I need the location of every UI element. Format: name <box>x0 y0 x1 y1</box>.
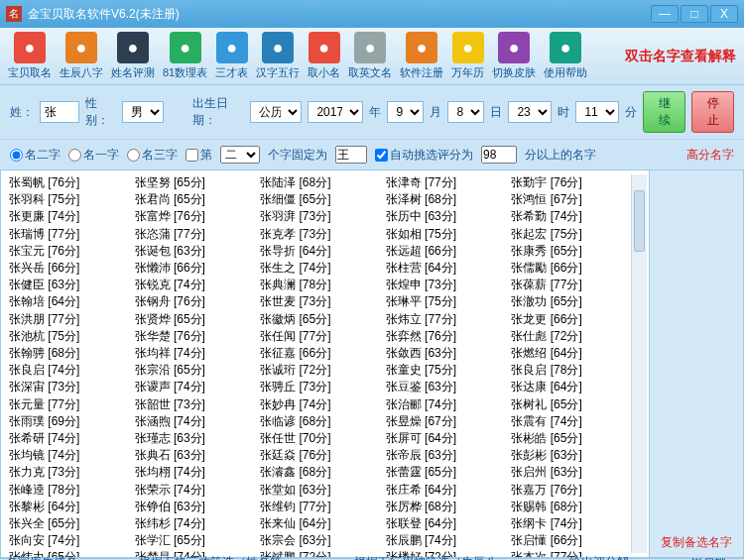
name-item[interactable]: 张元量 [77分] <box>9 396 123 413</box>
scrollbar[interactable] <box>631 174 647 553</box>
name-item[interactable]: 张贤烨 [65分] <box>135 311 249 328</box>
name-item[interactable]: 张来仙 [64分] <box>260 515 374 532</box>
minimize-button[interactable]: — <box>651 5 679 23</box>
name-item[interactable]: 张深宙 [73分] <box>9 379 123 395</box>
name-item[interactable]: 张恣蒲 [77分] <box>135 226 249 243</box>
name-item[interactable]: 张懒沛 [66分] <box>135 260 249 277</box>
name-item[interactable]: 张帝辰 [63分] <box>386 447 500 464</box>
name-item[interactable]: 张良启 [74分] <box>9 362 123 379</box>
name-item[interactable]: 张荣示 [74分] <box>135 482 249 499</box>
name-item[interactable]: 张树礼 [65分] <box>511 396 625 413</box>
name-item[interactable]: 张堂如 [63分] <box>260 482 374 499</box>
name-item[interactable]: 张昱燥 [67分] <box>386 413 500 430</box>
name-item[interactable]: 张达康 [64分] <box>511 379 625 395</box>
name-item[interactable]: 张临谚 [68分] <box>260 413 374 430</box>
toolbar-item-2[interactable]: ●姓名评测 <box>111 32 155 80</box>
name-item[interactable]: 张辰鹏 [74分] <box>386 532 500 549</box>
name-item[interactable]: 张起宏 [75分] <box>511 226 625 243</box>
name-item[interactable]: 张厉桦 [68分] <box>386 499 500 515</box>
name-item[interactable]: 张仕彪 [72分] <box>511 328 625 345</box>
name-item[interactable]: 张勤宇 [76分] <box>511 174 625 191</box>
name-item[interactable]: 张蜀帆 [76分] <box>9 174 123 191</box>
name-item[interactable]: 张生之 [74分] <box>260 260 374 277</box>
toolbar-item-11[interactable]: ●使用帮助 <box>544 32 587 80</box>
name-item[interactable]: 张陆泽 [68分] <box>260 174 374 191</box>
name-item[interactable]: 张联登 [64分] <box>386 515 500 532</box>
name-item[interactable]: 张历中 [63分] <box>386 208 500 225</box>
name-item[interactable]: 张洪朋 [77分] <box>9 311 123 328</box>
name-item[interactable]: 张徽炳 [65分] <box>260 311 374 328</box>
name-item[interactable]: 张翰培 [64分] <box>9 293 123 310</box>
name-item[interactable]: 张泽树 [68分] <box>386 191 500 208</box>
name-item[interactable]: 张雨璞 [69分] <box>9 413 123 430</box>
name-item[interactable]: 张庄希 [64分] <box>386 482 500 499</box>
name-item[interactable]: 张峰逵 [78分] <box>9 482 123 499</box>
name-item[interactable]: 张治郦 [74分] <box>386 396 500 413</box>
name-item[interactable]: 张廷焱 [76分] <box>260 447 374 464</box>
name-item[interactable]: 张维钧 [77分] <box>260 499 374 515</box>
name-item[interactable]: 张纬杉 [74分] <box>135 515 249 532</box>
month-select[interactable]: 9 <box>387 101 424 123</box>
name-item[interactable]: 张均镜 [74分] <box>9 447 123 464</box>
name-item[interactable]: 张诚珩 [72分] <box>260 362 374 379</box>
surname-input[interactable] <box>40 101 79 123</box>
name-item[interactable]: 张启州 [63分] <box>511 464 625 481</box>
name-item[interactable]: 张诞包 [63分] <box>135 243 249 260</box>
name-item[interactable]: 张弈然 [76分] <box>386 328 500 345</box>
name-item[interactable]: 张纲卡 [74分] <box>511 515 625 532</box>
name-item[interactable]: 张葆薪 [77分] <box>511 277 625 293</box>
name-item[interactable]: 张敛西 [63分] <box>386 345 500 362</box>
name-item[interactable]: 张希研 [74分] <box>9 430 123 447</box>
name-item[interactable]: 张导折 [64分] <box>260 243 374 260</box>
name-item[interactable]: 张君尚 [65分] <box>135 191 249 208</box>
copy-selected-link[interactable]: 复制备选名字 <box>656 534 737 551</box>
year-select[interactable]: 2017 <box>308 101 363 123</box>
toolbar-item-10[interactable]: ●切换皮肤 <box>492 32 536 80</box>
name-item[interactable]: 张启懂 [66分] <box>511 532 625 549</box>
gender-select[interactable]: 男 <box>122 101 164 123</box>
name-item[interactable]: 张铮伯 [63分] <box>135 499 249 515</box>
toolbar-item-9[interactable]: ●万年历 <box>451 32 484 80</box>
name-item[interactable]: 张锐克 [74分] <box>135 277 249 293</box>
name-item[interactable]: 张任闻 [77分] <box>260 328 374 345</box>
name-item[interactable]: 张坚努 [65分] <box>135 174 249 191</box>
name-item[interactable]: 张燃绍 [64分] <box>511 345 625 362</box>
stop-button[interactable]: 停止 <box>691 91 734 133</box>
name-item[interactable]: 张任世 [70分] <box>260 430 374 447</box>
name-item[interactable]: 张谡声 [74分] <box>135 379 249 395</box>
name-item[interactable]: 张黎彬 [64分] <box>9 499 123 515</box>
name-item[interactable]: 张琳平 [75分] <box>386 293 500 310</box>
calendar-select[interactable]: 公历 <box>250 101 302 123</box>
name-item[interactable]: 张赐韩 [68分] <box>511 499 625 515</box>
name-item[interactable]: 张健臣 [63分] <box>9 277 123 293</box>
name-item[interactable]: 张兴全 [65分] <box>9 515 123 532</box>
name-item[interactable]: 张涵煦 [74分] <box>135 413 249 430</box>
toolbar-item-1[interactable]: ●生辰八字 <box>60 32 103 80</box>
name-item[interactable]: 张宝元 [76分] <box>9 243 123 260</box>
name-item[interactable]: 张瑾志 [63分] <box>135 430 249 447</box>
name-item[interactable]: 张细僵 [65分] <box>260 191 374 208</box>
name-item[interactable]: 张钢舟 [76分] <box>135 293 249 310</box>
name-item[interactable]: 张震有 [74分] <box>511 413 625 430</box>
name-item[interactable]: 张远超 [66分] <box>386 243 500 260</box>
fixed-char-input[interactable] <box>335 146 367 164</box>
name-item[interactable]: 张彭彬 [63分] <box>511 447 625 464</box>
name-item[interactable]: 张蕾霆 [65分] <box>386 464 500 481</box>
name-item[interactable]: 张豆鉴 [63分] <box>386 379 500 395</box>
name-item[interactable]: 张更廉 [74分] <box>9 208 123 225</box>
name-item[interactable]: 张柱营 [64分] <box>386 260 500 277</box>
toolbar-item-0[interactable]: ●宝贝取名 <box>8 32 52 80</box>
toolbar-item-3[interactable]: ●81数理表 <box>163 32 207 80</box>
name-item[interactable]: 张华楚 [76分] <box>135 328 249 345</box>
check-auto[interactable]: 自动挑选评分为 <box>375 147 473 164</box>
toolbar-item-5[interactable]: ●汉字五行 <box>256 32 300 80</box>
name-item[interactable]: 张克孝 [73分] <box>260 226 374 243</box>
name-item[interactable]: 张瑞博 [77分] <box>9 226 123 243</box>
name-item[interactable]: 张妙冉 [74分] <box>260 396 374 413</box>
fixed-pos-select[interactable]: 二 <box>220 146 260 164</box>
name-item[interactable]: 张韶世 [73分] <box>135 396 249 413</box>
continue-button[interactable]: 继续 <box>643 91 685 133</box>
minute-select[interactable]: 11 <box>575 101 619 123</box>
toolbar-item-8[interactable]: ●软件注册 <box>400 32 443 80</box>
name-item[interactable]: 张均祥 [74分] <box>135 345 249 362</box>
